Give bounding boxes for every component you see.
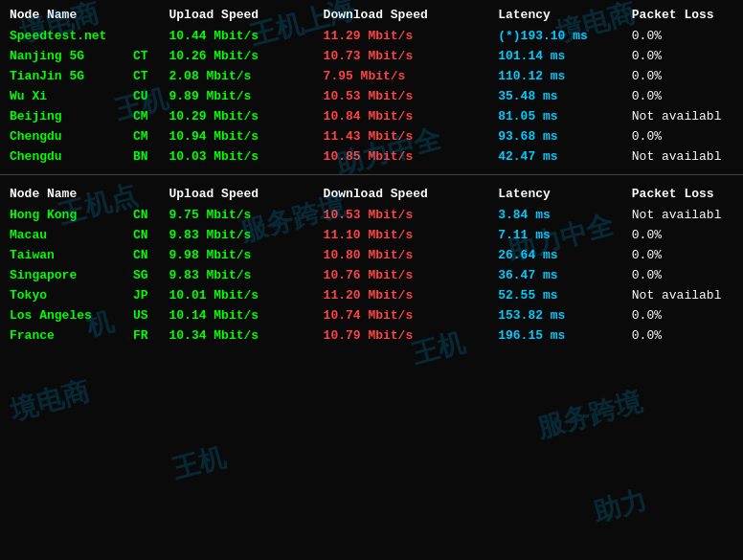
th-loss-1: Packet Loss <box>626 6 739 26</box>
watermark-13: 王机 <box>169 438 230 487</box>
upload-speed: 9.75 Mbit/s <box>163 205 317 225</box>
isp-label: CT <box>127 66 164 86</box>
upload-speed: 10.44 Mbit/s <box>163 26 317 46</box>
download-speed: 10.73 Mbit/s <box>318 46 493 66</box>
watermark-14: 助力 <box>590 482 651 530</box>
node-name: Chengdu <box>4 146 127 167</box>
latency-value: (*)193.10 ms <box>492 26 626 46</box>
th-node-1: Node Name <box>4 6 127 26</box>
download-speed: 11.20 Mbit/s <box>318 285 493 305</box>
node-name: Hong Kong <box>4 205 127 225</box>
isp-label: FR <box>127 325 164 346</box>
upload-speed: 10.34 Mbit/s <box>163 325 317 346</box>
isp-label: CU <box>127 86 164 106</box>
isp-label: CT <box>127 46 164 66</box>
isp-label: CN <box>127 225 164 245</box>
download-speed: 7.95 Mbit/s <box>318 66 493 86</box>
download-speed: 10.53 Mbit/s <box>318 205 493 225</box>
download-speed: 11.10 Mbit/s <box>318 225 493 245</box>
node-name: France <box>4 325 127 346</box>
isp-label: CN <box>127 245 164 265</box>
watermark-12: 服务跨境 <box>533 384 646 447</box>
node-name: Wu Xi <box>4 86 127 106</box>
latency-value: 42.47 ms <box>492 146 626 167</box>
table-row: Hong Kong CN 9.75 Mbit/s 10.53 Mbit/s 3.… <box>4 205 739 225</box>
upload-speed: 9.89 Mbit/s <box>163 86 317 106</box>
table-row: TianJin 5G CT 2.08 Mbit/s 7.95 Mbit/s 11… <box>4 66 739 86</box>
domestic-header-row: Node Name Upload Speed Download Speed La… <box>4 6 739 26</box>
latency-value: 101.14 ms <box>492 46 626 66</box>
packet-loss: Not availabl <box>626 146 739 167</box>
isp-label: CM <box>127 126 164 146</box>
packet-loss: 0.0% <box>626 245 739 265</box>
th-latency-1: Latency <box>492 6 626 26</box>
packet-loss: 0.0% <box>626 86 739 106</box>
isp-label: JP <box>127 285 164 305</box>
download-speed: 10.74 Mbit/s <box>318 305 493 325</box>
latency-value: 52.55 ms <box>492 285 626 305</box>
node-name: Speedtest.net <box>4 26 127 46</box>
table-row: Singapore SG 9.83 Mbit/s 10.76 Mbit/s 36… <box>4 265 739 285</box>
download-speed: 10.76 Mbit/s <box>318 265 493 285</box>
node-name: Singapore <box>4 265 127 285</box>
th-download-1: Download Speed <box>318 6 493 26</box>
watermark-11: 境电商 <box>7 373 94 429</box>
international-thead: Node Name Upload Speed Download Speed La… <box>4 185 739 205</box>
packet-loss: 0.0% <box>626 225 739 245</box>
upload-speed: 2.08 Mbit/s <box>163 66 317 86</box>
packet-loss: 0.0% <box>626 265 739 285</box>
table-row: Chengdu CM 10.94 Mbit/s 11.43 Mbit/s 93.… <box>4 126 739 146</box>
th-upload-1: Upload Speed <box>163 6 317 26</box>
node-name: Los Angeles <box>4 305 127 325</box>
upload-speed: 10.94 Mbit/s <box>163 126 317 146</box>
upload-speed: 10.01 Mbit/s <box>163 285 317 305</box>
th-isp-2 <box>127 185 164 205</box>
node-name: Tokyo <box>4 285 127 305</box>
latency-value: 3.84 ms <box>492 205 626 225</box>
latency-value: 26.64 ms <box>492 245 626 265</box>
download-speed: 11.43 Mbit/s <box>318 126 493 146</box>
download-speed: 10.80 Mbit/s <box>318 245 493 265</box>
th-isp-1 <box>127 6 164 26</box>
domestic-table: Node Name Upload Speed Download Speed La… <box>4 6 739 167</box>
table-row: Speedtest.net 10.44 Mbit/s 11.29 Mbit/s … <box>4 26 739 46</box>
international-tbody: Hong Kong CN 9.75 Mbit/s 10.53 Mbit/s 3.… <box>4 205 739 346</box>
latency-value: 81.05 ms <box>492 106 626 126</box>
upload-speed: 9.98 Mbit/s <box>163 245 317 265</box>
th-download-2: Download Speed <box>318 185 493 205</box>
node-name: Nanjing 5G <box>4 46 127 66</box>
node-name: TianJin 5G <box>4 66 127 86</box>
table-row: France FR 10.34 Mbit/s 10.79 Mbit/s 196.… <box>4 325 739 346</box>
table-row: Nanjing 5G CT 10.26 Mbit/s 10.73 Mbit/s … <box>4 46 739 66</box>
domestic-thead: Node Name Upload Speed Download Speed La… <box>4 6 739 26</box>
packet-loss: 0.0% <box>626 46 739 66</box>
international-header-row: Node Name Upload Speed Download Speed La… <box>4 185 739 205</box>
table-row: Macau CN 9.83 Mbit/s 11.10 Mbit/s 7.11 m… <box>4 225 739 245</box>
section-divider <box>0 174 743 175</box>
node-name: Taiwan <box>4 245 127 265</box>
download-speed: 10.84 Mbit/s <box>318 106 493 126</box>
section-international: Node Name Upload Speed Download Speed La… <box>0 179 743 346</box>
isp-label: US <box>127 305 164 325</box>
th-node-2: Node Name <box>4 185 127 205</box>
table-row: Beijing CM 10.29 Mbit/s 10.84 Mbit/s 81.… <box>4 106 739 126</box>
packet-loss: Not availabl <box>626 205 739 225</box>
latency-value: 196.15 ms <box>492 325 626 346</box>
isp-label: BN <box>127 146 164 167</box>
isp-label: CN <box>127 205 164 225</box>
upload-speed: 10.29 Mbit/s <box>163 106 317 126</box>
upload-speed: 10.26 Mbit/s <box>163 46 317 66</box>
table-row: Tokyo JP 10.01 Mbit/s 11.20 Mbit/s 52.55… <box>4 285 739 305</box>
packet-loss: Not availabl <box>626 285 739 305</box>
table-row: Taiwan CN 9.98 Mbit/s 10.80 Mbit/s 26.64… <box>4 245 739 265</box>
domestic-tbody: Speedtest.net 10.44 Mbit/s 11.29 Mbit/s … <box>4 26 739 167</box>
download-speed: 11.29 Mbit/s <box>318 26 493 46</box>
upload-speed: 10.03 Mbit/s <box>163 146 317 167</box>
latency-value: 7.11 ms <box>492 225 626 245</box>
packet-loss: Not availabl <box>626 106 739 126</box>
download-speed: 10.53 Mbit/s <box>318 86 493 106</box>
latency-value: 93.68 ms <box>492 126 626 146</box>
isp-label <box>127 26 164 46</box>
packet-loss: 0.0% <box>626 305 739 325</box>
packet-loss: 0.0% <box>626 66 739 86</box>
